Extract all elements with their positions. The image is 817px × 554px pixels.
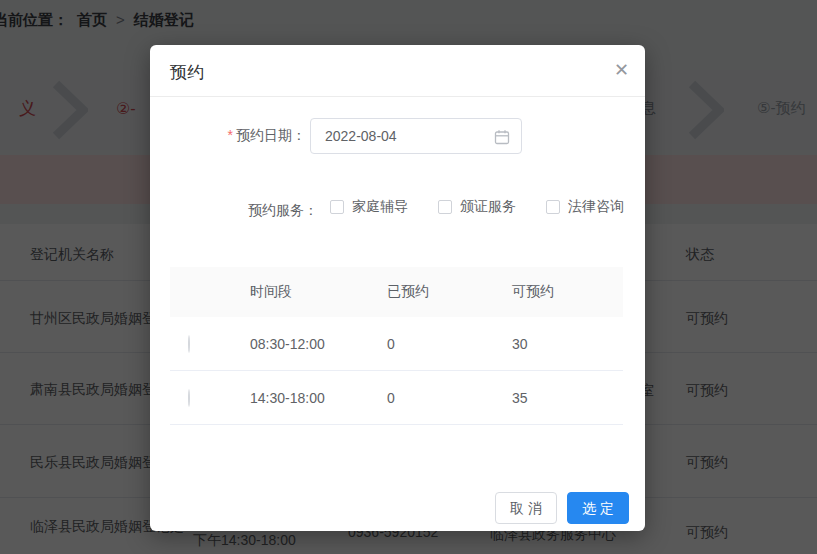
required-asterisk: *: [228, 127, 233, 143]
timeslot-header-row: 时间段 已预约 可预约: [170, 267, 623, 317]
slot-booked: 0: [367, 336, 492, 352]
checkbox-icon[interactable]: [438, 200, 452, 214]
dialog-header: 预约 ✕: [150, 45, 645, 97]
checkbox-icon[interactable]: [330, 200, 344, 214]
slot-time: 14:30-18:00: [230, 390, 367, 406]
timeslot-header-time: 时间段: [230, 283, 367, 301]
service-checkbox-family-counseling[interactable]: 家庭辅导: [330, 198, 408, 216]
radio-icon[interactable]: [188, 389, 190, 407]
service-checkbox-legal-consulting[interactable]: 法律咨询: [546, 198, 624, 216]
checkbox-icon[interactable]: [546, 200, 560, 214]
close-icon[interactable]: ✕: [614, 58, 629, 83]
slot-time: 08:30-12:00: [230, 336, 367, 352]
service-checkbox-certificate-service[interactable]: 颁证服务: [438, 198, 516, 216]
services-label: 预约服务：: [150, 202, 318, 220]
services-group: 家庭辅导 颁证服务 法律咨询: [330, 198, 624, 216]
date-picker[interactable]: [310, 118, 522, 154]
calendar-icon[interactable]: [494, 129, 510, 145]
appointment-dialog: 预约 ✕ *预约日期： 预约服务： 家庭辅导 颁证服务 法律咨询: [150, 45, 645, 531]
slot-available: 30: [492, 336, 623, 352]
date-label: *预约日期：: [150, 127, 306, 145]
timeslot-header-available: 可预约: [492, 283, 623, 301]
slot-booked: 0: [367, 390, 492, 406]
dialog-footer: 取 消 选 定: [495, 492, 629, 524]
confirm-button[interactable]: 选 定: [567, 492, 629, 524]
checkbox-label: 法律咨询: [568, 198, 624, 216]
checkbox-label: 家庭辅导: [352, 198, 408, 216]
dialog-title: 预约: [170, 61, 204, 84]
timeslot-table: 时间段 已预约 可预约 08:30-12:00 0 30 14:30-18:00…: [170, 267, 623, 425]
radio-icon[interactable]: [188, 335, 190, 353]
date-label-text: 预约日期：: [236, 127, 306, 143]
checkbox-label: 颁证服务: [460, 198, 516, 216]
slot-available: 35: [492, 390, 623, 406]
cancel-button[interactable]: 取 消: [495, 492, 557, 524]
timeslot-header-booked: 已预约: [367, 283, 492, 301]
timeslot-row-morning[interactable]: 08:30-12:00 0 30: [170, 317, 623, 371]
timeslot-row-afternoon[interactable]: 14:30-18:00 0 35: [170, 371, 623, 425]
date-input[interactable]: [311, 119, 521, 153]
